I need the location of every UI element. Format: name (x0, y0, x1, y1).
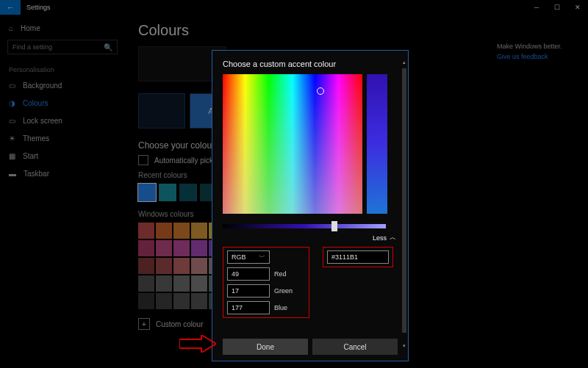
home-icon: ⌂ (9, 24, 13, 32)
back-button[interactable]: ← (0, 0, 21, 15)
page-title: Colours (138, 22, 575, 39)
cancel-button[interactable]: Cancel (312, 339, 398, 355)
sidebar-item-taskbar[interactable]: ▬ Taskbar (0, 165, 125, 182)
colour-grid-swatch[interactable] (156, 258, 172, 274)
start-icon: ▦ (9, 152, 15, 160)
chevron-up-icon: ︿ (390, 233, 396, 242)
done-button[interactable]: Done (223, 339, 308, 355)
recent-colour-swatch[interactable] (179, 184, 197, 201)
colour-grid-swatch[interactable] (173, 275, 190, 292)
sidebar-item-label: Taskbar (24, 170, 49, 178)
hex-input[interactable]: #3111B1 (327, 250, 389, 264)
sidebar-item-label: Colours (23, 99, 48, 107)
colour-grid-swatch[interactable] (191, 223, 207, 239)
taskbar-icon: ▬ (9, 170, 16, 178)
sidebar: ⌂ Home Find a setting 🔍 Personalisation … (0, 15, 125, 368)
colour-grid-swatch[interactable] (138, 223, 154, 239)
auto-pick-checkbox[interactable] (138, 155, 148, 165)
colour-mode-select[interactable]: RGB ﹀ (227, 250, 270, 264)
palette-icon: ◑ (9, 99, 15, 107)
dialog-scrollbar[interactable]: ▴ ▾ (402, 59, 406, 350)
search-input[interactable]: Find a setting 🔍 (7, 40, 118, 54)
value-slider[interactable] (223, 224, 386, 228)
colour-grid-swatch[interactable] (173, 240, 190, 256)
themes-icon: ☀ (9, 134, 15, 142)
colour-grid-swatch[interactable] (138, 240, 154, 256)
colour-grid-swatch[interactable] (191, 240, 207, 256)
sidebar-home[interactable]: ⌂ Home (0, 19, 125, 37)
colour-grid-swatch[interactable] (156, 275, 172, 292)
sidebar-item-label: Themes (23, 134, 49, 142)
feedback-heading: Make Windows better. (497, 43, 578, 50)
sidebar-item-label: Start (23, 152, 38, 160)
sidebar-item-label: Lock screen (23, 117, 62, 125)
sidebar-item-start[interactable]: ▦ Start (0, 147, 125, 165)
colour-grid-swatch[interactable] (191, 258, 207, 274)
green-input[interactable]: 17 (227, 284, 270, 297)
colour-grid-swatch[interactable] (191, 275, 207, 292)
colour-grid-swatch[interactable] (173, 223, 190, 239)
picture-icon: ▭ (9, 82, 15, 90)
picker-cursor[interactable] (317, 87, 324, 95)
search-placeholder: Find a setting (12, 43, 52, 51)
custom-colour-label: Custom colour (156, 320, 203, 328)
feedback-link[interactable]: Give us feedback (497, 53, 578, 60)
arrow-left-icon: ← (7, 3, 15, 12)
sidebar-group-title: Personalisation (0, 60, 125, 76)
svg-marker-0 (179, 335, 216, 353)
app-title: Settings (21, 4, 51, 11)
colour-grid-swatch[interactable] (173, 293, 190, 309)
minimize-button[interactable]: ─ (526, 4, 547, 11)
red-input[interactable]: 49 (227, 267, 270, 281)
colour-grid-swatch[interactable] (138, 293, 154, 309)
scroll-up-icon[interactable]: ▴ (402, 59, 406, 67)
colour-picker-canvas[interactable] (223, 74, 362, 214)
red-label: Red (274, 270, 287, 278)
blue-input[interactable]: 177 (227, 301, 270, 314)
hue-preview-column[interactable] (367, 74, 387, 214)
rgb-inputs-group: RGB ﹀ 49 Red 17 Green 177 Blue (223, 247, 309, 318)
mode-value: RGB (232, 253, 246, 261)
colour-grid-swatch[interactable] (138, 258, 154, 274)
lock-icon: ▭ (9, 117, 15, 125)
scroll-thumb[interactable] (402, 68, 406, 333)
colour-grid-swatch[interactable] (138, 275, 154, 292)
sidebar-home-label: Home (21, 24, 40, 32)
green-label: Green (274, 287, 293, 295)
sidebar-item-background[interactable]: ▭ Background (0, 76, 125, 94)
colour-grid-swatch[interactable] (156, 240, 172, 256)
slider-thumb[interactable] (331, 221, 337, 231)
annotation-arrow (179, 335, 216, 353)
search-icon: 🔍 (104, 43, 112, 51)
colour-grid-swatch[interactable] (173, 258, 190, 274)
less-label: Less (373, 234, 387, 242)
dialog-title: Choose a custom accent colour (223, 59, 398, 68)
recent-colour-swatch[interactable] (138, 184, 156, 201)
plus-icon: + (138, 318, 150, 330)
titlebar: ← Settings ─ ☐ ✕ (0, 0, 588, 15)
colour-grid-swatch[interactable] (156, 223, 172, 239)
recent-colour-swatch[interactable] (159, 184, 176, 201)
hex-input-group: #3111B1 (323, 247, 393, 267)
chevron-down-icon: ﹀ (259, 253, 265, 262)
sidebar-item-lockscreen[interactable]: ▭ Lock screen (0, 112, 125, 129)
less-toggle[interactable]: Less ︿ (223, 233, 396, 242)
sidebar-item-label: Background (23, 82, 62, 90)
sidebar-item-themes[interactable]: ☀ Themes (0, 129, 125, 147)
preview-tile (138, 93, 185, 129)
blue-label: Blue (274, 304, 287, 311)
maximize-button[interactable]: ☐ (547, 4, 567, 11)
sidebar-item-colours[interactable]: ◑ Colours (0, 94, 125, 112)
colour-grid-swatch[interactable] (191, 293, 207, 309)
close-button[interactable]: ✕ (567, 4, 588, 11)
feedback-panel: Make Windows better. Give us feedback (497, 43, 578, 60)
custom-colour-dialog: Choose a custom accent colour Less ︿ RGB… (212, 50, 409, 361)
colour-grid-swatch[interactable] (156, 293, 172, 309)
scroll-down-icon[interactable]: ▾ (402, 343, 406, 350)
